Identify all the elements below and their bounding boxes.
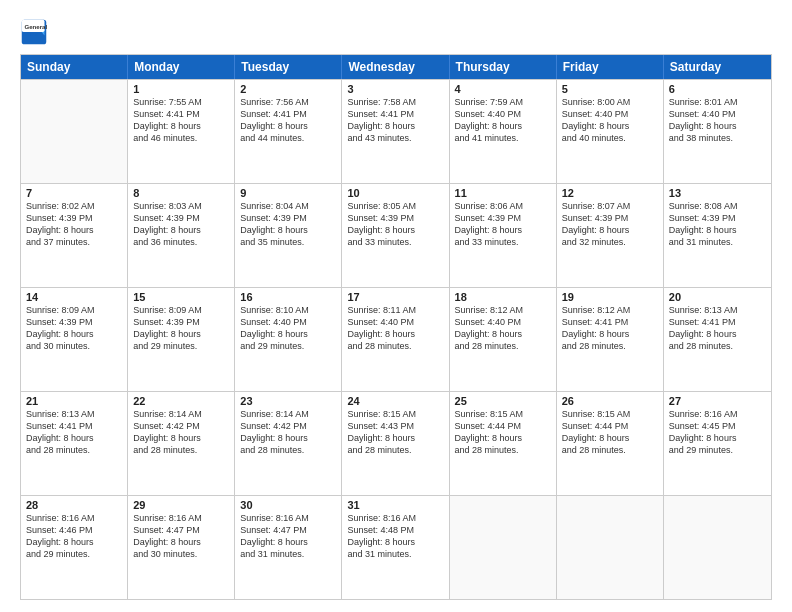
cell-day-number: 27 — [669, 395, 766, 407]
cell-day-number: 26 — [562, 395, 658, 407]
calendar-cell: 24Sunrise: 8:15 AMSunset: 4:43 PMDayligh… — [342, 392, 449, 495]
cell-day-number: 11 — [455, 187, 551, 199]
weekday-header: Tuesday — [235, 55, 342, 79]
cell-info: Sunrise: 8:00 AMSunset: 4:40 PMDaylight:… — [562, 96, 658, 145]
calendar-cell: 29Sunrise: 8:16 AMSunset: 4:47 PMDayligh… — [128, 496, 235, 599]
calendar-row: 7Sunrise: 8:02 AMSunset: 4:39 PMDaylight… — [21, 183, 771, 287]
cell-info: Sunrise: 8:16 AMSunset: 4:45 PMDaylight:… — [669, 408, 766, 457]
calendar-body: 1Sunrise: 7:55 AMSunset: 4:41 PMDaylight… — [21, 79, 771, 599]
cell-day-number: 7 — [26, 187, 122, 199]
cell-info: Sunrise: 8:06 AMSunset: 4:39 PMDaylight:… — [455, 200, 551, 249]
cell-info: Sunrise: 7:56 AMSunset: 4:41 PMDaylight:… — [240, 96, 336, 145]
cell-day-number: 17 — [347, 291, 443, 303]
cell-day-number: 28 — [26, 499, 122, 511]
cell-info: Sunrise: 8:09 AMSunset: 4:39 PMDaylight:… — [26, 304, 122, 353]
cell-info: Sunrise: 8:07 AMSunset: 4:39 PMDaylight:… — [562, 200, 658, 249]
cell-info: Sunrise: 8:15 AMSunset: 4:44 PMDaylight:… — [455, 408, 551, 457]
weekday-header: Saturday — [664, 55, 771, 79]
cell-info: Sunrise: 8:01 AMSunset: 4:40 PMDaylight:… — [669, 96, 766, 145]
weekday-header: Friday — [557, 55, 664, 79]
cell-day-number: 21 — [26, 395, 122, 407]
calendar-cell: 27Sunrise: 8:16 AMSunset: 4:45 PMDayligh… — [664, 392, 771, 495]
cell-day-number: 24 — [347, 395, 443, 407]
weekday-header: Thursday — [450, 55, 557, 79]
cell-day-number: 12 — [562, 187, 658, 199]
calendar-cell: 7Sunrise: 8:02 AMSunset: 4:39 PMDaylight… — [21, 184, 128, 287]
calendar-header: SundayMondayTuesdayWednesdayThursdayFrid… — [21, 55, 771, 79]
calendar-cell: 30Sunrise: 8:16 AMSunset: 4:47 PMDayligh… — [235, 496, 342, 599]
cell-day-number: 20 — [669, 291, 766, 303]
cell-day-number: 5 — [562, 83, 658, 95]
cell-info: Sunrise: 8:14 AMSunset: 4:42 PMDaylight:… — [133, 408, 229, 457]
cell-day-number: 16 — [240, 291, 336, 303]
cell-day-number: 30 — [240, 499, 336, 511]
cell-info: Sunrise: 7:58 AMSunset: 4:41 PMDaylight:… — [347, 96, 443, 145]
calendar-cell: 23Sunrise: 8:14 AMSunset: 4:42 PMDayligh… — [235, 392, 342, 495]
cell-info: Sunrise: 8:16 AMSunset: 4:47 PMDaylight:… — [240, 512, 336, 561]
calendar-cell: 17Sunrise: 8:11 AMSunset: 4:40 PMDayligh… — [342, 288, 449, 391]
cell-day-number: 6 — [669, 83, 766, 95]
calendar-cell: 22Sunrise: 8:14 AMSunset: 4:42 PMDayligh… — [128, 392, 235, 495]
calendar-cell: 15Sunrise: 8:09 AMSunset: 4:39 PMDayligh… — [128, 288, 235, 391]
calendar-cell: 11Sunrise: 8:06 AMSunset: 4:39 PMDayligh… — [450, 184, 557, 287]
cell-day-number: 15 — [133, 291, 229, 303]
svg-text:Blue: Blue — [24, 30, 38, 37]
weekday-header: Sunday — [21, 55, 128, 79]
calendar-cell: 18Sunrise: 8:12 AMSunset: 4:40 PMDayligh… — [450, 288, 557, 391]
cell-info: Sunrise: 8:12 AMSunset: 4:40 PMDaylight:… — [455, 304, 551, 353]
calendar: SundayMondayTuesdayWednesdayThursdayFrid… — [20, 54, 772, 600]
calendar-cell: 12Sunrise: 8:07 AMSunset: 4:39 PMDayligh… — [557, 184, 664, 287]
calendar-cell: 28Sunrise: 8:16 AMSunset: 4:46 PMDayligh… — [21, 496, 128, 599]
cell-info: Sunrise: 8:15 AMSunset: 4:44 PMDaylight:… — [562, 408, 658, 457]
cell-info: Sunrise: 8:12 AMSunset: 4:41 PMDaylight:… — [562, 304, 658, 353]
cell-info: Sunrise: 8:14 AMSunset: 4:42 PMDaylight:… — [240, 408, 336, 457]
calendar-cell: 19Sunrise: 8:12 AMSunset: 4:41 PMDayligh… — [557, 288, 664, 391]
cell-day-number: 13 — [669, 187, 766, 199]
weekday-header: Monday — [128, 55, 235, 79]
cell-day-number: 31 — [347, 499, 443, 511]
cell-day-number: 19 — [562, 291, 658, 303]
calendar-cell: 13Sunrise: 8:08 AMSunset: 4:39 PMDayligh… — [664, 184, 771, 287]
cell-info: Sunrise: 8:04 AMSunset: 4:39 PMDaylight:… — [240, 200, 336, 249]
calendar-cell — [664, 496, 771, 599]
cell-info: Sunrise: 8:15 AMSunset: 4:43 PMDaylight:… — [347, 408, 443, 457]
calendar-cell — [557, 496, 664, 599]
calendar-cell: 4Sunrise: 7:59 AMSunset: 4:40 PMDaylight… — [450, 80, 557, 183]
calendar-row: 14Sunrise: 8:09 AMSunset: 4:39 PMDayligh… — [21, 287, 771, 391]
cell-day-number: 8 — [133, 187, 229, 199]
calendar-cell: 20Sunrise: 8:13 AMSunset: 4:41 PMDayligh… — [664, 288, 771, 391]
cell-info: Sunrise: 7:59 AMSunset: 4:40 PMDaylight:… — [455, 96, 551, 145]
calendar-cell: 3Sunrise: 7:58 AMSunset: 4:41 PMDaylight… — [342, 80, 449, 183]
logo-icon: General Blue — [20, 18, 48, 46]
calendar-cell: 10Sunrise: 8:05 AMSunset: 4:39 PMDayligh… — [342, 184, 449, 287]
cell-day-number: 4 — [455, 83, 551, 95]
cell-info: Sunrise: 8:16 AMSunset: 4:48 PMDaylight:… — [347, 512, 443, 561]
cell-info: Sunrise: 8:05 AMSunset: 4:39 PMDaylight:… — [347, 200, 443, 249]
calendar-cell: 2Sunrise: 7:56 AMSunset: 4:41 PMDaylight… — [235, 80, 342, 183]
cell-day-number: 18 — [455, 291, 551, 303]
cell-info: Sunrise: 8:13 AMSunset: 4:41 PMDaylight:… — [26, 408, 122, 457]
cell-day-number: 1 — [133, 83, 229, 95]
calendar-cell: 9Sunrise: 8:04 AMSunset: 4:39 PMDaylight… — [235, 184, 342, 287]
calendar-cell: 25Sunrise: 8:15 AMSunset: 4:44 PMDayligh… — [450, 392, 557, 495]
cell-info: Sunrise: 8:08 AMSunset: 4:39 PMDaylight:… — [669, 200, 766, 249]
cell-day-number: 25 — [455, 395, 551, 407]
cell-info: Sunrise: 8:09 AMSunset: 4:39 PMDaylight:… — [133, 304, 229, 353]
calendar-cell: 1Sunrise: 7:55 AMSunset: 4:41 PMDaylight… — [128, 80, 235, 183]
calendar-cell: 21Sunrise: 8:13 AMSunset: 4:41 PMDayligh… — [21, 392, 128, 495]
cell-info: Sunrise: 7:55 AMSunset: 4:41 PMDaylight:… — [133, 96, 229, 145]
cell-info: Sunrise: 8:16 AMSunset: 4:47 PMDaylight:… — [133, 512, 229, 561]
calendar-cell — [21, 80, 128, 183]
cell-info: Sunrise: 8:02 AMSunset: 4:39 PMDaylight:… — [26, 200, 122, 249]
cell-day-number: 22 — [133, 395, 229, 407]
cell-info: Sunrise: 8:16 AMSunset: 4:46 PMDaylight:… — [26, 512, 122, 561]
calendar-cell: 14Sunrise: 8:09 AMSunset: 4:39 PMDayligh… — [21, 288, 128, 391]
calendar-cell: 26Sunrise: 8:15 AMSunset: 4:44 PMDayligh… — [557, 392, 664, 495]
cell-day-number: 14 — [26, 291, 122, 303]
logo: General Blue — [20, 18, 52, 46]
calendar-cell: 16Sunrise: 8:10 AMSunset: 4:40 PMDayligh… — [235, 288, 342, 391]
cell-day-number: 3 — [347, 83, 443, 95]
calendar-cell — [450, 496, 557, 599]
cell-info: Sunrise: 8:10 AMSunset: 4:40 PMDaylight:… — [240, 304, 336, 353]
cell-day-number: 10 — [347, 187, 443, 199]
